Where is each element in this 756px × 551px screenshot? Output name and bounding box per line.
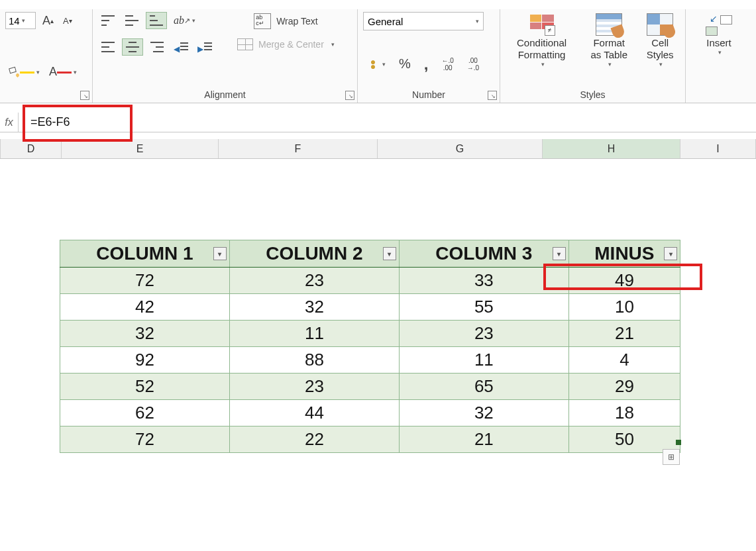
autofill-options-button[interactable]: ⊞ xyxy=(663,449,680,465)
alignment-group-label: Alignment xyxy=(98,88,352,103)
highlight-box-formula xyxy=(23,105,133,142)
table-cell[interactable]: 10 xyxy=(568,294,680,321)
font-color-button[interactable]: A ▾ xyxy=(46,64,80,80)
cell-styles-icon xyxy=(647,13,673,36)
table-row: 9288114 xyxy=(60,347,680,374)
increase-decimal-button[interactable]: ←.0.00 xyxy=(439,56,456,73)
increase-font-button[interactable]: A▴ xyxy=(40,13,56,29)
cells-group: ↙ Insert ▾ xyxy=(686,9,752,103)
number-group: General ▾ ●● ▾ % , ←.0.00 .00→.0 xyxy=(358,9,500,103)
bucket-icon xyxy=(8,66,20,78)
alignment-group: ab↗▾ ◀ ▶ xyxy=(93,9,358,103)
filter-button[interactable]: ▾ xyxy=(383,247,396,260)
table-cell[interactable]: 21 xyxy=(568,321,680,347)
filter-button[interactable]: ▾ xyxy=(213,247,227,260)
fx-icon[interactable]: fx xyxy=(0,113,19,132)
font-group: 14 ▾ A▴ A▾ ▾ A ▾ xyxy=(0,9,93,103)
ribbon: 14 ▾ A▴ A▾ ▾ A ▾ xyxy=(0,9,756,103)
table-cell[interactable]: 65 xyxy=(399,374,568,400)
table-cell[interactable]: 23 xyxy=(229,374,399,400)
column-header-I[interactable]: I xyxy=(680,139,756,158)
fill-color-button[interactable]: ▾ xyxy=(5,65,42,79)
table-cell[interactable]: 88 xyxy=(229,347,399,374)
wrap-text-label: Wrap Text xyxy=(276,16,318,26)
decrease-decimal-icon: .00→.0 xyxy=(467,57,479,72)
font-size-combo[interactable]: 14 ▾ xyxy=(5,12,36,29)
table-cell[interactable]: 44 xyxy=(229,400,399,426)
align-middle-button[interactable] xyxy=(122,13,142,28)
merge-icon xyxy=(237,38,253,50)
table-cell[interactable]: 32 xyxy=(229,294,399,321)
font-group-label xyxy=(5,99,87,103)
chevron-down-icon: ▾ xyxy=(74,69,77,75)
insert-button[interactable]: ↙ Insert ▾ xyxy=(691,12,747,74)
align-center-button[interactable] xyxy=(122,38,143,56)
sheet-area[interactable]: COLUMN 1▾ COLUMN 2▾ COLUMN 3▾ MINUS▾ 722… xyxy=(0,159,756,551)
table-cell[interactable]: 11 xyxy=(229,321,399,347)
column-header-G[interactable]: G xyxy=(378,139,543,158)
table-cell[interactable]: 72 xyxy=(60,268,230,294)
column-header-D[interactable]: D xyxy=(1,139,62,158)
table-row: 42325510 xyxy=(60,294,680,321)
filter-button[interactable]: ▾ xyxy=(553,247,566,260)
table-header[interactable]: COLUMN 2▾ xyxy=(229,240,399,268)
column-header-E[interactable]: E xyxy=(62,139,219,158)
table-cell[interactable]: 4 xyxy=(568,347,680,374)
table-cell[interactable]: 11 xyxy=(399,347,568,374)
table-cell[interactable]: 42 xyxy=(60,294,230,321)
decrease-decimal-button[interactable]: .00→.0 xyxy=(464,56,482,73)
table-row: 32112321 xyxy=(60,321,680,347)
table-header[interactable]: COLUMN 1▾ xyxy=(60,240,230,268)
cell-styles-button[interactable]: Cell Styles ▾ xyxy=(640,12,680,74)
filter-button[interactable]: ▾ xyxy=(664,247,677,260)
font-size-value: 14 xyxy=(9,15,20,26)
format-as-table-label: Format as Table xyxy=(587,37,631,61)
align-left-button[interactable] xyxy=(98,39,118,55)
decrease-font-button[interactable]: A▾ xyxy=(60,15,75,27)
number-format-value: General xyxy=(368,16,403,27)
styles-group: ≠ Conditional Formatting ▾ Format as Tab… xyxy=(500,9,686,103)
currency-icon: ●● xyxy=(366,58,380,71)
conditional-formatting-button[interactable]: ≠ Conditional Formatting ▾ xyxy=(506,12,578,74)
increase-indent-button[interactable]: ▶ xyxy=(195,40,215,54)
table-cell[interactable]: 52 xyxy=(60,374,230,400)
align-bottom-button[interactable] xyxy=(146,12,167,29)
merge-center-button[interactable]: Merge & Center ▾ xyxy=(235,37,337,52)
table-cell[interactable]: 62 xyxy=(60,400,230,426)
conditional-formatting-icon: ≠ xyxy=(529,13,555,36)
chevron-down-icon: ▾ xyxy=(36,69,40,75)
table-cell[interactable]: 32 xyxy=(60,321,230,347)
number-format-combo[interactable]: General ▾ xyxy=(363,12,484,30)
alignment-dialog-launcher[interactable]: ↘ xyxy=(345,91,354,100)
align-top-button[interactable] xyxy=(98,13,118,28)
table-cell[interactable]: 29 xyxy=(568,374,680,400)
table-cell[interactable]: 23 xyxy=(399,321,568,347)
chevron-down-icon: ▾ xyxy=(476,18,479,25)
styles-group-label: Styles xyxy=(506,88,680,103)
insert-icon: ↙ xyxy=(706,13,732,36)
column-header-F[interactable]: F xyxy=(219,139,378,158)
table-cell[interactable]: 21 xyxy=(399,426,568,453)
percent-button[interactable]: % xyxy=(396,55,413,73)
table-resize-handle[interactable] xyxy=(676,440,681,445)
currency-button[interactable]: ●● ▾ xyxy=(363,56,388,72)
increase-decimal-icon: ←.0.00 xyxy=(441,57,453,72)
table-cell[interactable]: 18 xyxy=(568,400,680,426)
table-row: 72222150 xyxy=(60,426,680,453)
table-cell[interactable]: 72 xyxy=(60,426,230,453)
table-cell[interactable]: 23 xyxy=(229,268,399,294)
comma-button[interactable]: , xyxy=(421,59,431,70)
font-dialog-launcher[interactable]: ↘ xyxy=(80,91,89,100)
table-row: 62443218 xyxy=(60,400,680,426)
table-cell[interactable]: 22 xyxy=(229,426,399,453)
wrap-text-button[interactable]: abc↵ Wrap Text xyxy=(235,12,337,30)
decrease-indent-button[interactable]: ◀ xyxy=(171,40,191,54)
number-dialog-launcher[interactable]: ↘ xyxy=(488,91,497,100)
align-right-button[interactable] xyxy=(147,39,167,55)
table-cell[interactable]: 55 xyxy=(399,294,568,321)
column-header-H[interactable]: H xyxy=(543,139,680,158)
format-as-table-button[interactable]: Format as Table ▾ xyxy=(582,12,636,74)
orientation-button[interactable]: ab↗▾ xyxy=(171,13,198,28)
table-cell[interactable]: 92 xyxy=(60,347,230,374)
table-cell[interactable]: 32 xyxy=(399,400,568,426)
